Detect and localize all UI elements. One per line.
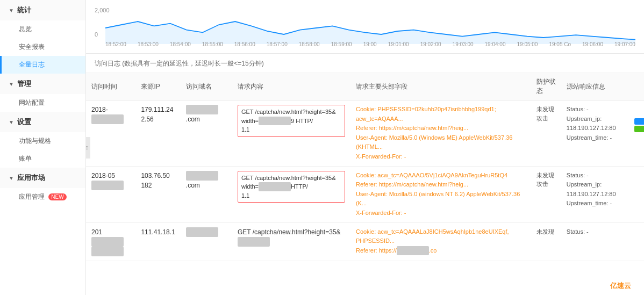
cell-time-2: 201 xyxy=(86,222,135,261)
x-label-5: 18:57:00 xyxy=(267,41,288,47)
sidebar: ▼ 统计 总览 安全报表 全量日志 ▼ 管理 网站配置 ▼ 设置 功能与规格 账 xyxy=(0,0,86,295)
cell-ip-0: 179.111.242.56 xyxy=(135,100,180,167)
cell-domain-0: .com xyxy=(181,100,232,167)
table-note: 访问日志 (数据具有一定的延迟性，延迟时长一般<=15分钟) xyxy=(86,54,644,73)
col-response: 源站响应信息 xyxy=(561,73,644,100)
chart-area: 2,000 0 18:52:00 18:53:00 18:54:00 18:55… xyxy=(86,0,644,54)
chart-container: 2,000 0 18:52:00 18:53:00 18:54:00 18:55… xyxy=(95,4,635,47)
cell-domain-2 xyxy=(181,222,232,261)
cell-headers-2: Cookie: acw_tc=AQAAALaJ8ICH5wsAqhIpb1ne8… xyxy=(350,222,531,261)
cell-status-2: 未发现 xyxy=(531,222,561,261)
cell-headers-0: Cookie: PHPSESSID=02kuhb20p47isribhbhg19… xyxy=(350,100,531,167)
chart-x-labels: 18:52:00 18:53:00 18:54:00 18:55:00 18:5… xyxy=(105,41,635,47)
sidebar-item-security-report[interactable]: 安全报表 xyxy=(0,38,85,56)
x-label-2: 18:54:00 xyxy=(170,41,191,47)
blurred-domain-1 xyxy=(186,171,218,181)
cell-time-1: 2018-05 xyxy=(86,166,135,222)
chart-svg xyxy=(105,12,635,44)
blurred-domain-0 xyxy=(186,105,218,114)
col-domain: 访问域名 xyxy=(181,73,232,100)
table-row: 2018-05 103.76.50182 .com GET /captcha/n… xyxy=(86,166,644,222)
request-box-1: GET /captcha/new.html?height=35&width= H… xyxy=(238,171,345,203)
cell-time-0: 2018- xyxy=(86,100,135,167)
cell-status-1: 未发现攻击 xyxy=(531,166,561,222)
x-label-11: 19:03:00 xyxy=(453,41,474,47)
x-label-6: 18:58:00 xyxy=(299,41,320,47)
sidebar-collapse-btn[interactable]: ≡ xyxy=(86,137,90,159)
blurred-time-1 xyxy=(91,181,124,190)
col-time: 访问时间 xyxy=(86,73,135,100)
x-label-14: 19:05 Co xyxy=(549,41,571,47)
request-box-0: GET /captcha/new.html?height=35&width= 9… xyxy=(238,105,345,137)
right-btn-1[interactable]: 助 xyxy=(634,118,644,125)
sidebar-item-account[interactable]: 账单 xyxy=(0,150,85,168)
x-label-3: 18:55:00 xyxy=(202,41,223,47)
sidebar-group-stats-label: 统计 xyxy=(17,5,31,15)
table-area: 访问日志 (数据具有一定的延迟性，延迟时长一般<=15分钟) 访问时间 来源IP… xyxy=(86,54,644,295)
blurred-time-2b xyxy=(91,247,124,256)
x-label-15: 19:06:00 xyxy=(582,41,603,47)
header-cell-0: Cookie: PHPSESSID=02kuhb20p47isribhbhg19… xyxy=(356,105,526,162)
cell-request-2: GET /captcha/new.html?height=35& xyxy=(232,222,350,261)
arrow-icon-app: ▼ xyxy=(9,175,14,181)
sidebar-group-app-market-header[interactable]: ▼ 应用市场 xyxy=(0,168,85,188)
header-cell-1: Cookie: acw_tc=AQAAAO/5Vj1ciAQA9AknTeguH… xyxy=(356,171,526,218)
x-label-16: 19:07:00 xyxy=(614,41,635,47)
cell-headers-1: Cookie: acw_tc=AQAAAO/5Vj1ciAQA9AknTeguH… xyxy=(350,166,531,222)
sidebar-item-features[interactable]: 功能与规格 xyxy=(0,132,85,150)
x-label-1: 18:53:00 xyxy=(138,41,159,47)
blurred-req-2 xyxy=(238,237,270,247)
sidebar-item-full-log[interactable]: 全量日志 xyxy=(0,56,85,74)
sidebar-item-overview[interactable]: 总览 xyxy=(0,20,85,38)
col-status: 防护状态 xyxy=(531,73,561,100)
right-btn-2[interactable]: 助 xyxy=(634,126,644,132)
arrow-icon-settings: ▼ xyxy=(9,119,14,125)
sidebar-group-settings-header[interactable]: ▼ 设置 xyxy=(0,112,85,132)
x-label-4: 18:56:00 xyxy=(234,41,255,47)
cell-response-0: Status: - Upstream_ip: 118.190.127.12:80… xyxy=(561,100,644,167)
table-row: 2018- 179.111.242.56 .com GET /captcha/n… xyxy=(86,100,644,167)
blurred-req-1 xyxy=(259,182,291,191)
chart-y-zero: 0 xyxy=(95,31,98,38)
cell-response-2: Status: - xyxy=(561,222,644,261)
right-buttons: 助 助 xyxy=(634,118,644,132)
cell-ip-1: 103.76.50182 xyxy=(135,166,180,222)
x-label-0: 18:52:00 xyxy=(105,41,126,47)
arrow-icon-manage: ▼ xyxy=(9,81,14,87)
blurred-domain-2 xyxy=(186,227,218,237)
sidebar-item-app-manage[interactable]: 应用管理 NEW xyxy=(0,188,85,206)
cell-response-1: Status: - Upstream_ip: 118.190.127.12:80… xyxy=(561,166,644,222)
col-ip: 来源IP xyxy=(135,73,180,100)
cell-ip-2: 111.41.18.1 xyxy=(135,222,180,261)
access-log-table: 访问时间 来源IP 访问域名 请求内容 请求主要头部字段 防护状态 源站响应信息… xyxy=(86,73,644,261)
sidebar-group-manage: ▼ 管理 网站配置 xyxy=(0,74,85,112)
x-label-8: 19:00 xyxy=(363,41,377,47)
main-content: 2,000 0 18:52:00 18:53:00 18:54:00 18:55… xyxy=(86,0,644,295)
cell-status-0: 未发现攻击 xyxy=(531,100,561,167)
sidebar-group-stats: ▼ 统计 总览 安全报表 全量日志 xyxy=(0,0,85,74)
col-request: 请求内容 xyxy=(232,73,350,100)
blurred-time-2 xyxy=(91,237,124,247)
sidebar-group-settings: ▼ 设置 功能与规格 账单 xyxy=(0,112,85,168)
sidebar-item-site-config[interactable]: 网站配置 xyxy=(0,94,85,112)
cell-domain-1: .com xyxy=(181,166,232,222)
sidebar-group-app-market: ▼ 应用市场 应用管理 NEW xyxy=(0,168,85,206)
logo: 亿速云 xyxy=(610,281,631,291)
x-label-7: 18:59:00 xyxy=(331,41,352,47)
table-row: 201 111.41.18.1 GET /captcha/new.html?he… xyxy=(86,222,644,261)
cell-request-1: GET /captcha/new.html?height=35&width= H… xyxy=(232,166,350,222)
collapse-icon: ≡ xyxy=(86,144,88,152)
blurred-req-0 xyxy=(259,117,291,126)
arrow-icon: ▼ xyxy=(9,8,14,13)
header-cell-2: Cookie: acw_tc=AQAAALaJ8ICH5wsAqhIpb1ne8… xyxy=(356,227,526,256)
x-label-13: 19:05:00 xyxy=(517,41,538,47)
cell-request-0: GET /captcha/new.html?height=35&width= 9… xyxy=(232,100,350,167)
x-label-9: 19:01:00 xyxy=(388,41,409,47)
sidebar-group-stats-header[interactable]: ▼ 统计 xyxy=(0,0,85,20)
x-label-12: 19:04:00 xyxy=(485,41,506,47)
new-badge: NEW xyxy=(48,193,66,200)
col-headers: 请求主要头部字段 xyxy=(350,73,531,100)
blurred-time-0 xyxy=(91,114,124,124)
sidebar-group-manage-header[interactable]: ▼ 管理 xyxy=(0,74,85,94)
x-label-10: 19:02:00 xyxy=(420,41,441,47)
